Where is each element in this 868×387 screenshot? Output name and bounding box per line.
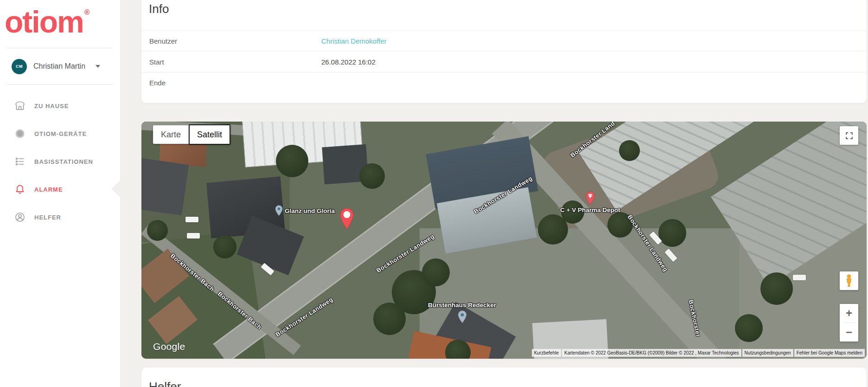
logo-text: otiom xyxy=(5,5,83,39)
content-area: Info Benutzer Christian Demokoffer Start… xyxy=(121,0,868,387)
info-panel-title: Info xyxy=(141,0,867,16)
google-logo[interactable]: Google xyxy=(153,341,185,352)
zoom-control: + − xyxy=(840,304,858,342)
poi-cv-pharma-depot[interactable]: C + V Pharma Depot xyxy=(560,191,620,213)
map-type-control: Karte Satellit xyxy=(153,125,230,144)
helfer-panel: Helfer xyxy=(141,368,867,387)
terms-link[interactable]: Nutzungsbedingungen xyxy=(742,349,793,357)
fullscreen-button[interactable] xyxy=(840,126,858,145)
map-data-credit: Kartendaten © 2022 GeoBasis-DE/BKG (©200… xyxy=(562,349,741,357)
map-tree xyxy=(276,145,308,177)
poi-label: C + V Pharma Depot xyxy=(560,206,620,213)
poi-pin-icon xyxy=(275,205,283,216)
map-tree xyxy=(213,235,236,258)
map-vehicle xyxy=(185,217,198,222)
otiom-portal-page: otiom® CM Christian Martin ZU HAUSE OTIO… xyxy=(0,0,868,387)
row-label: Benutzer xyxy=(141,37,321,45)
zoom-in-button[interactable]: + xyxy=(840,304,858,322)
helper-person-icon xyxy=(14,211,26,223)
sidebar: otiom® CM Christian Martin ZU HAUSE OTIO… xyxy=(0,0,121,387)
sidebar-item-helfer[interactable]: HELFER xyxy=(0,203,121,231)
map-canvas[interactable]: Bockhorster Land Bockhorster Landweg Boc… xyxy=(141,122,867,359)
start-value: 26.08.2022 16:02 xyxy=(321,58,376,66)
map-tree xyxy=(760,272,793,305)
street-view-pegman-icon xyxy=(844,274,854,287)
map-tree xyxy=(373,303,406,335)
chevron-down-icon xyxy=(96,65,100,68)
sidebar-item-zu-hause[interactable]: ZU HAUSE xyxy=(0,92,121,120)
red-map-pin-icon[interactable] xyxy=(340,208,354,232)
zoom-out-button[interactable]: − xyxy=(840,323,858,342)
sidebar-item-label: OTIOM-GERÄTE xyxy=(34,130,87,137)
map-vehicle xyxy=(187,233,200,239)
poi-pin-icon xyxy=(458,310,467,323)
sidebar-item-basisstationen[interactable]: BASISSTATIONEN xyxy=(0,148,121,175)
map-tree xyxy=(359,163,385,189)
home-icon xyxy=(14,100,26,112)
row-label: Ende xyxy=(141,79,321,87)
basestation-list-icon xyxy=(14,155,26,168)
registered-mark: ® xyxy=(84,8,90,16)
map-type-karte-button[interactable]: Karte xyxy=(153,125,189,144)
otiom-logo[interactable]: otiom® xyxy=(5,6,89,37)
info-panel: Info Benutzer Christian Demokoffer Start… xyxy=(141,0,867,103)
row-label: Start xyxy=(141,58,321,66)
poi-buerstenhaus-redecker[interactable]: Bürstenhaus Redecker xyxy=(428,302,496,323)
map-tree xyxy=(619,140,640,161)
user-name: Christian Martin xyxy=(33,62,85,71)
info-row-benutzer: Benutzer Christian Demokoffer xyxy=(141,30,867,51)
device-circle-icon xyxy=(14,128,26,140)
benutzer-link[interactable]: Christian Demokoffer xyxy=(321,37,387,45)
poi-label: Glanz und Gloria xyxy=(285,207,335,214)
sidebar-item-label: ZU HAUSE xyxy=(34,103,69,110)
pharmacy-pin-icon xyxy=(585,191,595,205)
sidebar-item-label: BASISSTATIONEN xyxy=(34,158,93,165)
map-type-satellit-button[interactable]: Satellit xyxy=(189,124,230,145)
divider xyxy=(6,48,113,48)
helfer-panel-title: Helfer xyxy=(141,368,867,387)
divider xyxy=(6,84,113,85)
sidebar-item-label: HELFER xyxy=(34,214,61,221)
sidebar-item-otiom-geraete[interactable]: OTIOM-GERÄTE xyxy=(0,120,121,148)
sidebar-nav: ZU HAUSE OTIOM-GERÄTE BASISSTATIONEN ALA… xyxy=(0,92,121,231)
map-panel: Bockhorster Land Bockhorster Landweg Boc… xyxy=(141,122,867,359)
info-row-ende: Ende xyxy=(141,72,867,93)
user-menu[interactable]: CM Christian Martin xyxy=(12,58,111,75)
pegman-button[interactable] xyxy=(840,271,858,290)
fullscreen-icon xyxy=(845,131,854,140)
map-vehicle xyxy=(793,275,806,280)
map-tree xyxy=(147,220,168,241)
map-tree xyxy=(422,258,450,286)
map-tree xyxy=(658,219,686,247)
keyboard-shortcuts-link[interactable]: Kurzbefehle xyxy=(532,349,561,357)
alarm-bell-icon xyxy=(14,183,26,195)
poi-glanz-und-gloria[interactable]: Glanz und Gloria xyxy=(275,205,335,216)
poi-label: Bürstenhaus Redecker xyxy=(428,302,496,309)
sidebar-item-label: ALARME xyxy=(34,186,63,193)
avatar: CM xyxy=(12,59,27,74)
info-row-start: Start 26.08.2022 16:02 xyxy=(141,51,867,72)
map-tree xyxy=(735,314,763,342)
sidebar-item-alarme[interactable]: ALARME xyxy=(0,175,121,203)
map-attribution: Kurzbefehle Kartendaten © 2022 GeoBasis-… xyxy=(532,349,865,357)
map-building xyxy=(141,158,189,215)
report-error-link[interactable]: Fehler bei Google Maps melden xyxy=(794,349,865,357)
